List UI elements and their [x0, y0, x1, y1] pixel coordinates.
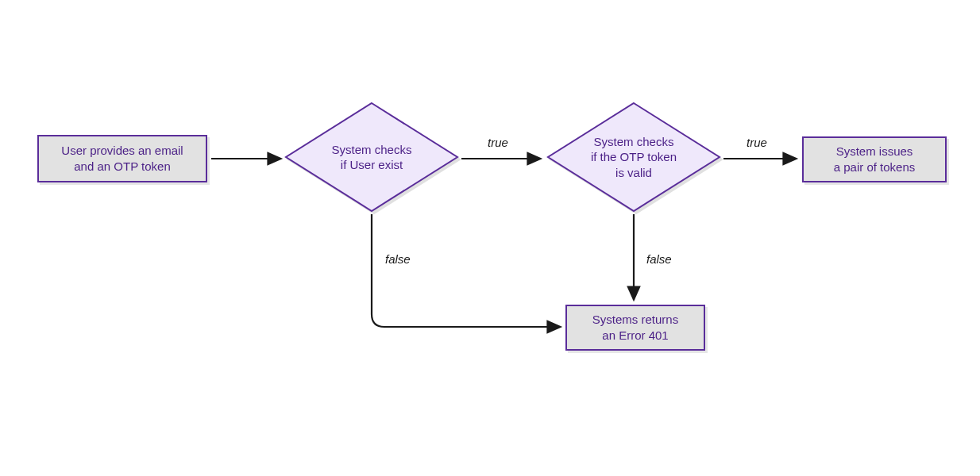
- node-label-line: System checks: [332, 143, 412, 156]
- edge-label-false: false: [385, 252, 411, 266]
- node-label-line: and an OTP token: [74, 159, 170, 173]
- node-check-otp: System checks if the OTP token is valid: [546, 102, 721, 213]
- node-label-line: a pair of tokens: [834, 160, 916, 174]
- node-check-user: System checks if User exist: [284, 102, 459, 213]
- edge-label-true: true: [747, 136, 767, 149]
- node-error-401: Systems returns an Error 401: [565, 305, 705, 351]
- node-issue-tokens: System issues a pair of tokens: [802, 136, 947, 182]
- node-label-line: System issues: [836, 144, 913, 158]
- node-label-line: Systems returns: [592, 313, 678, 326]
- node-label-line: if the OTP token: [591, 150, 677, 163]
- arrow: [458, 151, 547, 167]
- flowchart-canvas: User provides an email and an OTP token …: [0, 0, 980, 476]
- node-label-line: if User exist: [341, 158, 403, 171]
- node-label-line: User provides an email: [61, 144, 183, 157]
- node-label-line: an Error 401: [602, 328, 668, 342]
- edge-label-false: false: [646, 252, 672, 266]
- arrow: [364, 211, 570, 346]
- arrow: [208, 151, 287, 167]
- node-user-provides: User provides an email and an OTP token: [37, 135, 207, 182]
- node-label-line: System checks: [594, 135, 674, 148]
- edge-label-true: true: [488, 136, 508, 149]
- arrow: [720, 151, 803, 167]
- node-label-line: is valid: [615, 166, 652, 179]
- arrow: [626, 211, 642, 306]
